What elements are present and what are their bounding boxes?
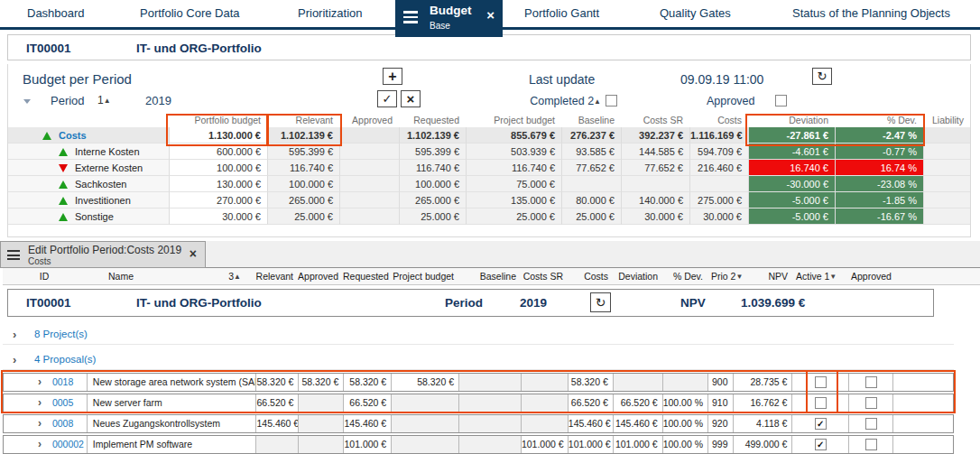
period-sort-indicator[interactable]: 1▲ (97, 94, 111, 107)
budget-column-header[interactable]: Costs SR (621, 114, 689, 127)
proposal-cell-deviation[interactable]: 66.520 € (613, 394, 662, 412)
budget-row[interactable]: Sonstige30.000 €25.000 €25.000 €25.000 €… (8, 208, 970, 225)
refresh-icon[interactable]: ↻ (590, 292, 611, 312)
budget-row[interactable]: Interne Kosten600.000 €595.399 €595.399 … (8, 144, 970, 160)
expand-chevron-cell[interactable]: › (4, 436, 47, 453)
approved-checkbox[interactable] (865, 376, 877, 388)
proposal-cell-pct_dev[interactable]: 100.00 % (662, 394, 707, 412)
proposal-cell-requested[interactable]: 66.520 € (343, 394, 391, 412)
budget-column-header[interactable]: Approved (339, 114, 399, 127)
active-checkbox[interactable]: ✓ (815, 439, 827, 450)
budget-column-header[interactable]: Deviation (748, 114, 835, 127)
group-label[interactable]: 8 Project(s) (34, 329, 88, 339)
group-row-proposals[interactable]: › 4 Proposal(s) (3, 351, 954, 370)
column-header-project-budget[interactable]: Project budget (391, 268, 458, 284)
proposal-id-link[interactable]: 0018 (47, 374, 87, 391)
budget-cell[interactable]: 100.000 € (169, 160, 267, 176)
column-header-requested[interactable]: Requested (343, 268, 391, 284)
completed-checkbox[interactable] (606, 95, 617, 107)
proposal-cell-pct_dev[interactable]: 100.00 % (662, 436, 707, 453)
nav-item-prioritization[interactable]: Prioritization (298, 6, 363, 20)
approved-checkbox[interactable] (865, 397, 877, 409)
proposal-cell-deviation[interactable]: 145.460 € (613, 415, 662, 432)
expand-icon[interactable]: › (13, 328, 16, 341)
budget-column-header[interactable]: Requested (399, 114, 466, 127)
budget-row[interactable]: Sachkosten130.000 €100.000 €100.000 €75.… (8, 176, 970, 192)
column-header-costs[interactable]: Costs (568, 268, 613, 284)
approved-checkbox[interactable] (775, 95, 787, 107)
budget-column-header[interactable]: Baseline (561, 114, 621, 127)
proposal-cell-costs[interactable]: 145.460 € (568, 415, 613, 432)
proposal-cell-costs[interactable]: 66.520 € (568, 394, 613, 412)
proposal-cell-npv[interactable]: 499.000 € (733, 436, 792, 453)
proposal-cell-prio[interactable]: 900 (707, 374, 733, 391)
budget-cell[interactable]: 270.000 € (169, 192, 267, 208)
expand-chevron-cell[interactable]: › (4, 415, 47, 432)
proposal-row[interactable]: ›000002Implement PM software101.000 €101… (3, 435, 954, 454)
budget-column-header[interactable]: Liability (923, 114, 970, 127)
budget-cell[interactable]: 30.000 € (169, 208, 267, 225)
column-header-id[interactable]: ID (3, 268, 86, 284)
nav-item-portfolio-gantt[interactable]: Portfolio Gantt (524, 6, 599, 20)
proposal-cell-approved[interactable]: 58.320 € (298, 374, 343, 391)
active-checkbox[interactable] (815, 376, 827, 388)
proposal-cell-npv[interactable]: 4.118 € (733, 415, 792, 432)
column-header-deviation[interactable]: Deviation (613, 268, 662, 284)
budget-column-header[interactable]: Costs (689, 114, 748, 127)
active-checkbox[interactable]: ✓ (815, 418, 827, 430)
budget-cell[interactable]: 1.130.000 € (169, 127, 267, 144)
proposal-id-link[interactable]: 0008 (47, 415, 87, 432)
column-header-prio[interactable]: Prio 2▼ (707, 268, 733, 284)
chevron-down-icon[interactable] (23, 99, 31, 104)
budget-cell[interactable]: 130.000 € (169, 176, 267, 192)
cancel-icon[interactable]: × (401, 90, 421, 107)
column-header-pct-dev[interactable]: % Dev. (662, 268, 707, 284)
close-icon[interactable]: × (486, 8, 495, 22)
proposal-cell-costs[interactable]: 101.000 € (568, 436, 613, 453)
hamburger-icon[interactable] (403, 11, 418, 26)
budget-column-header[interactable]: % Dev. (835, 114, 923, 127)
proposal-cell-npv[interactable]: 28.735 € (733, 374, 792, 391)
proposal-cell-costs[interactable]: 58.320 € (568, 374, 613, 391)
proposal-cell-relevant[interactable]: 58.320 € (255, 374, 298, 391)
nav-item-dashboard[interactable]: Dashboard (27, 6, 85, 20)
expand-chevron-cell[interactable]: › (4, 374, 47, 391)
proposal-cell-relevant[interactable]: 145.460 € (255, 415, 298, 432)
proposal-cell-relevant[interactable]: 66.520 € (255, 394, 298, 412)
nav-item-status-planning-objects[interactable]: Status of the Planning Objects (792, 6, 950, 20)
proposal-cell-deviation[interactable]: 101.000 € (613, 436, 662, 453)
budget-row[interactable]: Costs1.130.000 €1.102.139 €1.102.139 €85… (8, 127, 970, 144)
tab-edit-portfolio-period[interactable]: Edit Portfolio Period:Costs 2019 Costs × (0, 241, 206, 268)
column-header-relevant[interactable]: Relevant (255, 268, 298, 284)
column-header-active[interactable]: Active 1▼ (792, 268, 849, 284)
expand-icon[interactable]: › (13, 353, 16, 366)
proposal-cell-costs_sr[interactable]: 101.000 € (521, 436, 568, 453)
close-icon[interactable]: × (190, 246, 197, 261)
column-header-approved-flag[interactable]: Approved (849, 268, 893, 284)
proposal-id-link[interactable]: 0005 (47, 394, 87, 412)
proposal-cell-requested[interactable]: 145.460 € (343, 415, 391, 432)
column-header-name[interactable]: Name 3▲ (86, 268, 255, 284)
group-label[interactable]: 4 Proposal(s) (34, 354, 96, 365)
nav-item-quality-gates[interactable]: Quality Gates (660, 6, 731, 20)
expand-icon[interactable]: › (38, 375, 42, 388)
approved-checkbox[interactable] (865, 418, 877, 430)
proposal-cell-npv[interactable]: 16.762 € (733, 394, 792, 412)
column-header-approved[interactable]: Approved (298, 268, 343, 284)
add-period-button[interactable]: + (383, 68, 402, 85)
proposal-cell-pct_dev[interactable]: 100.00 % (662, 415, 707, 432)
column-header-costs-sr[interactable]: Costs SR (521, 268, 568, 284)
proposal-cell-project_budget[interactable]: 58.320 € (391, 374, 458, 391)
refresh-icon[interactable]: ↻ (812, 68, 832, 85)
budget-cell[interactable]: 600.000 € (169, 144, 267, 160)
proposal-id-link[interactable]: 000002 (47, 436, 87, 453)
active-checkbox[interactable] (815, 397, 827, 409)
confirm-icon[interactable]: ✓ (377, 90, 397, 107)
approved-checkbox[interactable] (865, 439, 877, 450)
proposal-cell-prio[interactable]: 910 (707, 394, 733, 412)
expand-chevron-cell[interactable]: › (4, 394, 47, 412)
column-header-baseline[interactable]: Baseline (458, 268, 521, 284)
expand-icon[interactable]: › (38, 438, 42, 450)
budget-column-header[interactable]: Relevant (267, 114, 339, 127)
proposal-row[interactable]: ›0005New server farm66.520 €66.520 €66.5… (3, 394, 954, 412)
